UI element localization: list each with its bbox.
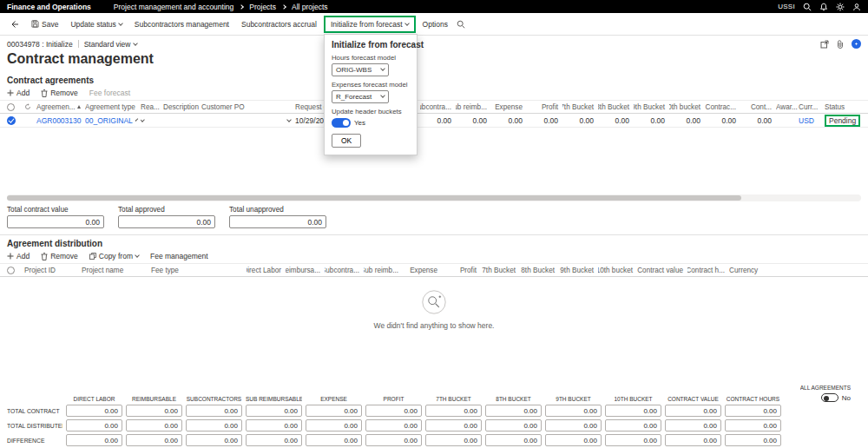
open-in-new-window-icon[interactable] [820, 40, 829, 49]
all-agreements-toggle[interactable] [821, 393, 838, 402]
column-header-7th-bucket[interactable]: 7th Bucket [481, 267, 520, 274]
column-header-10th-bucket[interactable]: 10th bucket [669, 103, 705, 111]
column-header-7th-bucket[interactable]: 7th Bucket [562, 103, 598, 111]
column-header-contract-value[interactable]: Contract value [637, 267, 687, 274]
column-header-reimbursable[interactable]: Reimbursa... [286, 267, 325, 274]
breadcrumb-projects[interactable]: Projects [249, 3, 276, 11]
column-header-contract-hours[interactable]: Cont... [740, 103, 776, 111]
update-header-buckets-label: Update header buckets [332, 108, 410, 115]
view-selector[interactable]: Standard view [84, 40, 137, 49]
column-header-fee-type[interactable]: Fee type [151, 267, 247, 274]
hours-forecast-model-select[interactable]: ORIG-WBS [332, 63, 389, 76]
column-header-subcontractors[interactable]: Subcontra... [325, 267, 364, 274]
action-search-icon[interactable] [457, 20, 465, 29]
column-header-8th-bucket[interactable]: 8th Bucket [598, 103, 634, 111]
add-label: Add [16, 252, 30, 260]
add-button[interactable]: Add [7, 252, 30, 260]
breadcrumb: Project management and accounting Projec… [114, 3, 328, 11]
copy-from-button[interactable]: Copy from [89, 252, 139, 260]
scrollbar-thumb[interactable] [7, 195, 741, 201]
environment-label[interactable]: USSI [778, 3, 795, 10]
fee-management-button[interactable]: Fee management [150, 252, 208, 260]
column-header-8th-bucket[interactable]: 8th Bucket [520, 267, 559, 274]
horizontal-scrollbar [7, 194, 861, 201]
column-header-profit[interactable]: Profit [527, 103, 562, 111]
select-all-checkbox[interactable] [7, 103, 15, 111]
all-agreements-control: ALL AGREEMENTS No [785, 385, 851, 402]
fee-forecast-button[interactable]: Fee forecast [89, 89, 130, 97]
column-header-currency[interactable]: Curr... [799, 103, 825, 111]
record-id: 00034978 : Initialize [7, 40, 73, 49]
currency-link[interactable]: USD [799, 116, 814, 125]
agreement-type-link[interactable]: 00_ORIGINAL [85, 116, 133, 125]
column-header-9th-bucket[interactable]: 9th Bucket [559, 267, 598, 274]
column-header-direct-labor[interactable]: Direct Labor [247, 267, 286, 274]
initialize-from-forecast-button[interactable]: Initialize from forecast [326, 17, 414, 31]
all-agreements-value: No [842, 394, 851, 402]
summary-header-profit: PROFIT [365, 396, 422, 402]
summary-row-label: TOTAL DISTRIBUTED [7, 423, 62, 429]
app-name[interactable]: Finance and Operations [7, 3, 91, 11]
settings-gear-icon[interactable] [836, 3, 845, 11]
column-header-award[interactable]: Awar... [776, 103, 799, 111]
reason-cell[interactable] [141, 119, 163, 122]
account-icon[interactable] [852, 3, 861, 11]
back-button[interactable] [5, 17, 24, 31]
summary-header-10th-bucket: 10TH BUCKET [605, 396, 661, 402]
column-header-project-name[interactable]: Project name [82, 267, 151, 274]
column-header-status[interactable]: Status [825, 103, 861, 111]
summary-value-cell: 0.00 [665, 405, 721, 417]
subcontractors-accrual-button[interactable]: Subcontractors accrual [236, 17, 322, 31]
column-header-sub-reimbursable[interactable]: Sub reimb... [364, 267, 403, 274]
column-header-sub-reimbursable[interactable]: Sub reimb... [456, 103, 491, 111]
column-header-contract-hours[interactable]: Contract h... [687, 267, 729, 274]
amount-cell: 0.00 [669, 116, 705, 125]
agreement-row[interactable]: AGR0003130 00_ORIGINAL 10/29/2025 0.000.… [0, 114, 868, 128]
expenses-forecast-model-select[interactable]: R_Forecast [332, 90, 389, 103]
agreement-type-cell[interactable]: 00_ORIGINAL [85, 116, 141, 125]
select-all-checkbox[interactable] [7, 267, 15, 274]
agreement-distribution-grid-header: Project ID Project name Fee type Direct … [0, 263, 868, 277]
annotation-highlight-box: Pending [825, 115, 860, 127]
search-icon[interactable] [803, 3, 812, 11]
attach-icon[interactable] [836, 40, 845, 49]
remove-button[interactable]: Remove [41, 89, 78, 97]
breadcrumb-all-projects[interactable]: All projects [292, 3, 328, 11]
topbar-actions: USSI [778, 3, 861, 11]
column-header-expense[interactable]: Expense [403, 267, 442, 274]
chevron-down-icon [380, 66, 385, 71]
chevron-right-icon [239, 4, 244, 10]
add-button[interactable]: Add [7, 89, 30, 97]
column-header-description[interactable]: Description [163, 103, 201, 111]
remove-button[interactable]: Remove [41, 252, 78, 260]
options-button[interactable]: Options [418, 17, 453, 31]
summary-header-contract-value: CONTRACT VALUE [665, 396, 721, 402]
update-status-button[interactable]: Update status [65, 17, 127, 31]
column-header-currency[interactable]: Currency [729, 267, 769, 274]
breadcrumb-module[interactable]: Project management and accounting [114, 3, 233, 11]
save-button[interactable]: Save [26, 17, 63, 31]
subcontractors-management-label: Subcontractors management [135, 20, 229, 29]
column-header-9th-bucket[interactable]: 9th Bucket [634, 103, 669, 111]
summary-value-cell: 0.00 [425, 419, 482, 432]
column-header-profit[interactable]: Profit [442, 267, 481, 274]
row-selected-checkbox[interactable] [7, 116, 16, 125]
copilot-icon[interactable] [852, 39, 861, 49]
column-header-agreement[interactable]: Agreemen... [36, 103, 85, 111]
ok-button[interactable]: OK [332, 134, 361, 148]
agreement-number-link[interactable]: AGR0003130 [36, 116, 82, 125]
column-header-customer-po[interactable]: Customer PO [201, 103, 295, 111]
column-header-reason[interactable]: Rea... [141, 103, 163, 111]
column-header-10th-bucket[interactable]: 10th bucket [598, 267, 637, 274]
column-header-subcontractors[interactable]: Subcontra... [420, 103, 456, 111]
column-header-expense[interactable]: Expense [491, 103, 527, 111]
action-pane: Save Update status Subcontractors manage… [0, 13, 868, 36]
customer-po-cell[interactable] [201, 119, 295, 122]
notifications-icon[interactable] [819, 3, 828, 11]
column-header-project-id[interactable]: Project ID [24, 267, 82, 274]
column-header-agreement-type[interactable]: Agreement type [85, 103, 141, 111]
update-header-buckets-toggle[interactable] [332, 118, 351, 128]
column-header-contract-value[interactable]: Contrac... [705, 103, 740, 111]
summary-value-cell: 0.00 [66, 419, 122, 432]
subcontractors-management-button[interactable]: Subcontractors management [129, 17, 234, 31]
